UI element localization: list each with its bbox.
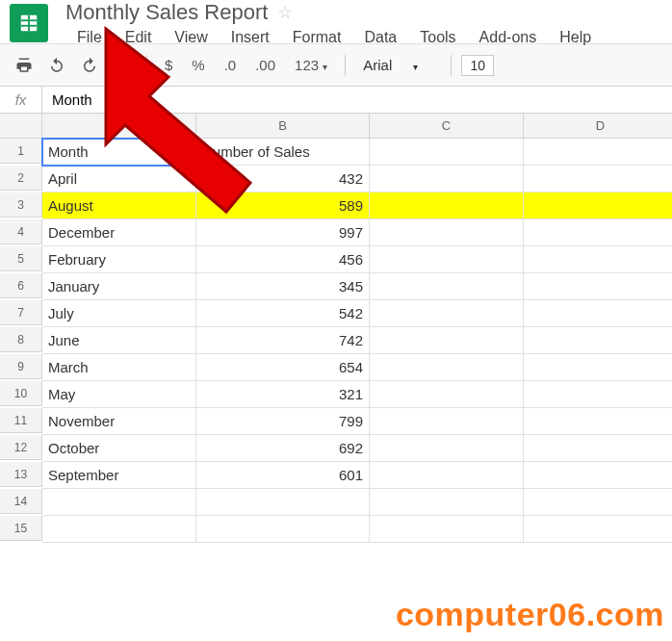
row-head[interactable]: 13 bbox=[0, 462, 42, 487]
cell[interactable] bbox=[524, 139, 672, 166]
cell[interactable] bbox=[524, 166, 672, 192]
star-icon[interactable]: ☆ bbox=[277, 2, 293, 23]
col-head-c[interactable]: C bbox=[370, 114, 524, 139]
formula-input[interactable] bbox=[42, 87, 672, 113]
row-head[interactable]: 4 bbox=[0, 219, 42, 244]
cell[interactable]: May bbox=[42, 381, 196, 408]
row-head[interactable]: 5 bbox=[0, 246, 42, 271]
cell[interactable]: 654 bbox=[196, 354, 370, 381]
cell[interactable] bbox=[370, 300, 524, 327]
cell[interactable] bbox=[524, 408, 672, 435]
cell[interactable] bbox=[524, 435, 672, 462]
menu-insert[interactable]: Insert bbox=[220, 27, 281, 50]
cell[interactable]: September bbox=[42, 462, 196, 489]
row-head[interactable]: 1 bbox=[0, 139, 42, 164]
cell[interactable]: April bbox=[42, 166, 196, 192]
cell[interactable] bbox=[370, 246, 524, 273]
increase-decimal-button[interactable]: .00 bbox=[247, 57, 283, 73]
col-head-d[interactable]: D bbox=[524, 114, 672, 139]
cell[interactable]: July bbox=[42, 300, 196, 327]
menu-tools[interactable]: Tools bbox=[408, 27, 467, 50]
menu-edit[interactable]: Edit bbox=[114, 27, 164, 50]
col-head-a[interactable]: A bbox=[42, 114, 196, 139]
print-button[interactable] bbox=[10, 52, 39, 79]
cell[interactable] bbox=[196, 489, 370, 516]
cell[interactable] bbox=[370, 327, 524, 354]
row-head[interactable]: 2 bbox=[0, 166, 42, 191]
spreadsheet-grid[interactable]: A B C D bbox=[0, 114, 672, 139]
cell[interactable] bbox=[370, 435, 524, 462]
document-title[interactable]: Monthly Sales Report bbox=[65, 0, 268, 25]
row-head[interactable]: 12 bbox=[0, 435, 42, 460]
cell[interactable]: 692 bbox=[196, 435, 370, 462]
cell[interactable] bbox=[370, 408, 524, 435]
cell[interactable]: 321 bbox=[196, 381, 370, 408]
cell[interactable]: January bbox=[42, 273, 196, 300]
menu-help[interactable]: Help bbox=[548, 27, 603, 50]
cell[interactable]: 589 bbox=[196, 192, 370, 219]
sheets-logo[interactable] bbox=[10, 4, 48, 42]
cell[interactable] bbox=[524, 516, 672, 543]
cell[interactable]: 345 bbox=[196, 273, 370, 300]
cell[interactable]: 456 bbox=[196, 246, 370, 273]
cell[interactable] bbox=[370, 273, 524, 300]
cell[interactable]: 432 bbox=[196, 166, 370, 192]
paint-format-button[interactable] bbox=[108, 52, 137, 79]
cell[interactable]: March bbox=[42, 354, 196, 381]
cell[interactable]: October bbox=[42, 435, 196, 462]
cell[interactable]: 542 bbox=[196, 300, 370, 327]
number-format-button[interactable]: 123 ▾ bbox=[287, 57, 335, 73]
cell[interactable] bbox=[524, 219, 672, 246]
cell[interactable]: February bbox=[42, 246, 196, 273]
cell[interactable] bbox=[370, 139, 524, 166]
cell[interactable] bbox=[42, 489, 196, 516]
cell[interactable] bbox=[370, 462, 524, 489]
font-size-input[interactable]: 10 bbox=[461, 55, 494, 76]
cell[interactable]: 601 bbox=[196, 462, 370, 489]
cell[interactable] bbox=[370, 219, 524, 246]
menu-view[interactable]: View bbox=[163, 27, 219, 50]
cell[interactable] bbox=[524, 354, 672, 381]
row-head[interactable]: 9 bbox=[0, 354, 42, 379]
cell[interactable]: 997 bbox=[196, 219, 370, 246]
cell[interactable]: November bbox=[42, 408, 196, 435]
menu-format[interactable]: Format bbox=[281, 27, 353, 50]
cell[interactable]: 799 bbox=[196, 408, 370, 435]
cell[interactable] bbox=[370, 166, 524, 192]
decrease-decimal-button[interactable]: .0 bbox=[217, 57, 245, 73]
cell[interactable]: Number of Sales bbox=[196, 139, 370, 166]
cell[interactable] bbox=[524, 462, 672, 489]
row-head[interactable]: 3 bbox=[0, 192, 42, 218]
cell[interactable]: June bbox=[42, 327, 196, 354]
menu-addons[interactable]: Add-ons bbox=[468, 27, 549, 50]
cell[interactable] bbox=[524, 300, 672, 327]
cell[interactable] bbox=[524, 192, 672, 219]
row-head[interactable]: 6 bbox=[0, 273, 42, 298]
cell[interactable] bbox=[370, 516, 524, 543]
cell[interactable] bbox=[370, 192, 524, 219]
font-name-select[interactable]: Arial ▾ bbox=[355, 57, 441, 73]
col-head-b[interactable]: B bbox=[196, 114, 370, 139]
row-head[interactable]: 7 bbox=[0, 300, 42, 325]
undo-button[interactable] bbox=[42, 52, 71, 79]
redo-button[interactable] bbox=[75, 52, 104, 79]
row-head[interactable]: 11 bbox=[0, 408, 42, 433]
cell[interactable] bbox=[524, 246, 672, 273]
row-head[interactable]: 14 bbox=[0, 489, 42, 514]
cell[interactable] bbox=[196, 516, 370, 543]
menu-file[interactable]: File bbox=[65, 27, 114, 50]
cell[interactable]: 742 bbox=[196, 327, 370, 354]
cell[interactable] bbox=[370, 381, 524, 408]
cell[interactable] bbox=[524, 381, 672, 408]
row-head[interactable]: 10 bbox=[0, 381, 42, 406]
row-head[interactable]: 8 bbox=[0, 327, 42, 352]
percent-button[interactable]: % bbox=[184, 57, 212, 73]
cell[interactable] bbox=[370, 489, 524, 516]
cell[interactable]: August bbox=[42, 192, 196, 219]
menu-data[interactable]: Data bbox=[352, 27, 408, 50]
cell[interactable] bbox=[524, 489, 672, 516]
select-all-corner[interactable] bbox=[0, 114, 42, 139]
cell[interactable]: Month bbox=[42, 139, 196, 166]
cell[interactable]: December bbox=[42, 219, 196, 246]
cell[interactable] bbox=[42, 516, 196, 543]
